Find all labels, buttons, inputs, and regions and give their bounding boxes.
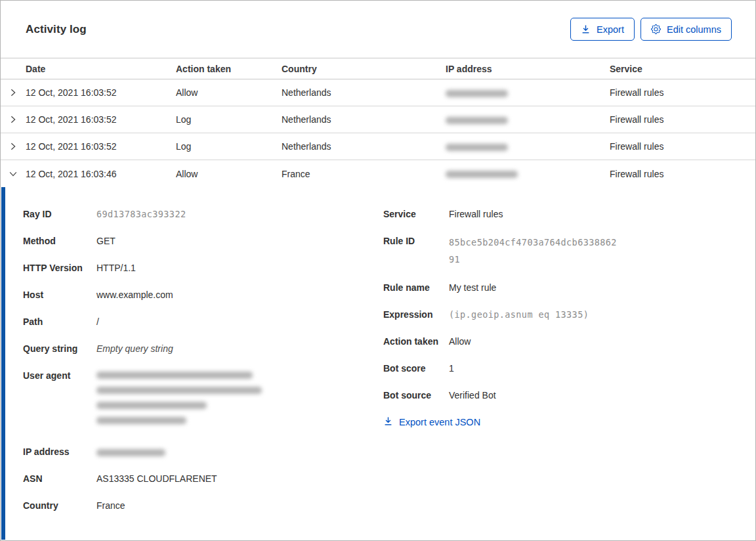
row-date: 12 Oct, 2021 16:03:52 xyxy=(26,87,176,98)
ray-id-value: 69d13783ac393322 xyxy=(96,207,383,221)
row-country: Netherlands xyxy=(282,87,446,98)
row-action-taken: Allow xyxy=(176,169,282,179)
ip-address-redacted xyxy=(96,444,383,459)
activity-log-panel: Activity log Export Edit columns Date Ac… xyxy=(0,0,756,541)
detail-row-rule-name: Rule name My test rule xyxy=(383,280,731,295)
row-ip-redacted xyxy=(446,114,610,125)
export-event-json-label: Export event JSON xyxy=(399,417,480,427)
expression-value: (ip.geoip.asnum eq 13335) xyxy=(449,307,731,322)
path-value: / xyxy=(96,314,383,329)
detail-row-country: Country France xyxy=(23,498,383,513)
row-ip-redacted xyxy=(446,169,610,179)
table-row[interactable]: 12 Oct, 2021 16:03:52 Log Netherlands Fi… xyxy=(1,106,755,133)
detail-row-rule-id: Rule ID 85bce5b204cf4703a764dcb633886291 xyxy=(383,234,731,268)
column-header-country: Country xyxy=(282,64,446,74)
export-event-json-link[interactable]: Export event JSON xyxy=(383,416,480,428)
detail-row-method: Method GET xyxy=(23,234,383,248)
table-header: Date Action taken Country IP address Ser… xyxy=(1,58,755,79)
chevron-right-icon[interactable] xyxy=(1,142,26,151)
detail-row-asn: ASN AS13335 CLOUDFLARENET xyxy=(23,471,383,486)
row-action-taken: Log xyxy=(176,141,282,152)
detail-row-path: Path / xyxy=(23,314,383,329)
row-service: Firewall rules xyxy=(610,87,755,98)
row-ip-redacted xyxy=(446,87,610,98)
query-string-value: Empty query string xyxy=(96,341,383,356)
row-action-taken: Allow xyxy=(176,87,282,98)
detail-row-service: Service Firewall rules xyxy=(383,207,731,221)
row-service: Firewall rules xyxy=(610,141,755,152)
row-date: 12 Oct, 2021 16:03:52 xyxy=(26,141,176,152)
detail-row-expression: Expression (ip.geoip.asnum eq 13335) xyxy=(383,307,731,322)
detail-row-bot-score: Bot score 1 xyxy=(383,361,731,376)
action-taken-value: Allow xyxy=(449,334,731,349)
method-value: GET xyxy=(96,234,383,248)
page-title: Activity log xyxy=(26,23,87,36)
gear-icon xyxy=(651,24,661,34)
table-row[interactable]: 12 Oct, 2021 16:03:52 Log Netherlands Fi… xyxy=(1,133,755,160)
toolbar: Export Edit columns xyxy=(570,18,732,41)
rule-name-value: My test rule xyxy=(449,280,731,295)
row-date: 12 Oct, 2021 16:03:46 xyxy=(26,169,176,179)
row-service: Firewall rules xyxy=(610,169,755,179)
row-ip-redacted xyxy=(446,141,610,152)
detail-row-host: Host www.example.com xyxy=(23,288,383,302)
country-value: France xyxy=(96,498,383,513)
bot-source-value: Verified Bot xyxy=(449,388,731,402)
detail-row-http-version: HTTP Version HTTP/1.1 xyxy=(23,261,383,275)
chevron-right-icon[interactable] xyxy=(1,88,26,97)
detail-row-user-agent: User agent xyxy=(23,368,383,432)
column-header-date: Date xyxy=(26,64,176,74)
detail-row-ip-address: IP address xyxy=(23,444,383,459)
http-version-value: HTTP/1.1 xyxy=(96,261,383,275)
detail-row-ray-id: Ray ID 69d13783ac393322 xyxy=(23,207,383,221)
header: Activity log Export Edit columns xyxy=(1,1,755,58)
download-icon xyxy=(383,416,393,428)
table-row-expanded[interactable]: 12 Oct, 2021 16:03:46 Allow France Firew… xyxy=(1,160,755,187)
details-left-column: Ray ID 69d13783ac393322 Method GET HTTP … xyxy=(23,207,383,540)
rule-id-value: 85bce5b204cf4703a764dcb633886291 xyxy=(449,234,621,268)
detail-row-action-taken: Action taken Allow xyxy=(383,334,731,349)
table-row[interactable]: 12 Oct, 2021 16:03:52 Allow Netherlands … xyxy=(1,79,755,106)
service-value: Firewall rules xyxy=(449,207,731,221)
user-agent-redacted xyxy=(96,368,383,432)
export-button-label: Export xyxy=(597,24,624,35)
detail-row-bot-source: Bot source Verified Bot xyxy=(383,388,731,402)
column-header-ip-address: IP address xyxy=(446,64,610,74)
detail-row-query-string: Query string Empty query string xyxy=(23,341,383,356)
asn-value: AS13335 CLOUDFLARENET xyxy=(96,471,383,486)
bot-score-value: 1 xyxy=(449,361,731,376)
details-right-column: Service Firewall rules Rule ID 85bce5b20… xyxy=(383,207,731,540)
download-icon xyxy=(581,24,591,34)
row-country: Netherlands xyxy=(282,114,446,125)
row-action-taken: Log xyxy=(176,114,282,125)
column-header-action-taken: Action taken xyxy=(176,64,282,74)
event-details-panel: Ray ID 69d13783ac393322 Method GET HTTP … xyxy=(1,187,755,540)
host-value: www.example.com xyxy=(96,288,383,302)
row-country: France xyxy=(282,169,446,179)
row-date: 12 Oct, 2021 16:03:52 xyxy=(26,114,176,125)
chevron-right-icon[interactable] xyxy=(1,115,26,124)
export-button[interactable]: Export xyxy=(570,18,635,41)
edit-columns-button[interactable]: Edit columns xyxy=(640,18,732,41)
chevron-down-icon[interactable] xyxy=(1,169,26,179)
column-header-service: Service xyxy=(610,64,755,74)
row-country: Netherlands xyxy=(282,141,446,152)
row-service: Firewall rules xyxy=(610,114,755,125)
edit-columns-button-label: Edit columns xyxy=(667,24,721,35)
